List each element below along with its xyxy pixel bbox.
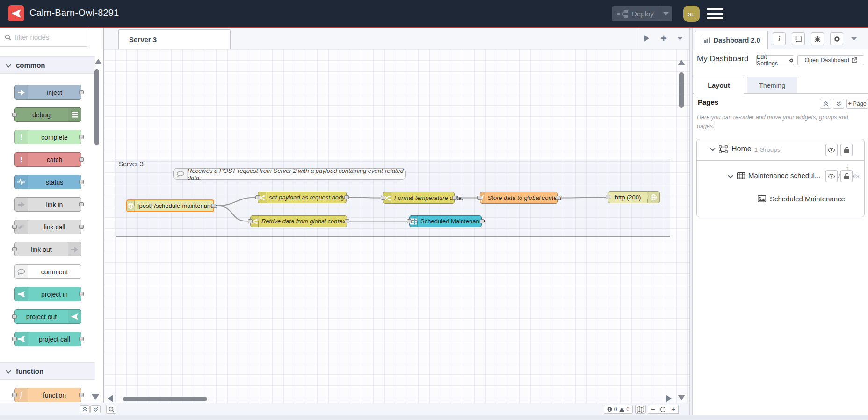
- tree-row-widget[interactable]: Scheduled Maintenance: [697, 192, 864, 210]
- navigator-button[interactable]: [635, 405, 646, 414]
- palette-node-label: status: [28, 175, 81, 189]
- palette-node-link-in[interactable]: link in: [14, 197, 81, 212]
- deploy-options-button[interactable]: [659, 6, 672, 21]
- palette-node-complete[interactable]: ! complete: [14, 130, 81, 144]
- zoom-out-button[interactable]: −: [648, 405, 658, 414]
- palette: filter nodes common inject debug ! compl…: [0, 28, 104, 415]
- main-menu-button[interactable]: [707, 8, 723, 19]
- flow-node-http-response[interactable]: http (200): [608, 191, 660, 203]
- debug-icon: [68, 108, 81, 121]
- toggle-lock-button[interactable]: [840, 170, 853, 182]
- bug-icon: [814, 36, 821, 42]
- palette-category-common[interactable]: common: [0, 56, 95, 74]
- palette-node-project-out[interactable]: project out: [14, 309, 81, 324]
- zoom-in-button[interactable]: +: [668, 405, 679, 414]
- chevron-down-icon: [6, 62, 11, 67]
- palette-scroll-down-button[interactable]: [92, 394, 99, 400]
- page-meta: 1 Groups: [754, 146, 781, 153]
- unlock-icon: [844, 147, 850, 153]
- vertical-scrollbar-thumb[interactable]: [679, 72, 684, 108]
- tab-theming[interactable]: Theming: [747, 77, 797, 94]
- output-port: [79, 90, 84, 94]
- scroll-left-button[interactable]: [108, 395, 113, 402]
- toggle-lock-button[interactable]: [840, 144, 853, 156]
- sidebar-tab-dashboard[interactable]: Dashboard 2.0: [695, 31, 768, 49]
- deploy-button[interactable]: Deploy: [612, 6, 672, 21]
- input-port: [12, 337, 17, 341]
- flow-node-table-widget[interactable]: Scheduled Maintenance: [409, 215, 482, 227]
- debug-tab-button[interactable]: [811, 32, 824, 45]
- palette-node-link-call[interactable]: link call: [14, 220, 81, 234]
- info-tab-button[interactable]: i: [773, 32, 786, 45]
- palette-node-catch[interactable]: ! catch: [14, 152, 81, 167]
- palette-node-debug[interactable]: debug: [14, 107, 81, 122]
- tree-row-home[interactable]: Home 1 Groups: [697, 139, 864, 161]
- palette-search[interactable]: filter nodes: [0, 28, 87, 47]
- double-chevron-down-icon: [93, 407, 98, 412]
- palette-node-function[interactable]: ƒ function: [14, 388, 81, 402]
- image-icon: [758, 195, 766, 202]
- config-tab-button[interactable]: [830, 32, 843, 45]
- open-dashboard-button[interactable]: Open Dashboard: [797, 55, 864, 65]
- horizontal-scrollbar-thumb[interactable]: [123, 397, 207, 401]
- palette-node-label: link call: [28, 220, 81, 234]
- scroll-down-button[interactable]: [678, 395, 685, 400]
- scroll-up-button[interactable]: [678, 60, 685, 65]
- flow-node-comment[interactable]: Receives a POST request from Server 2 wi…: [173, 168, 406, 180]
- palette-scrollbar-thumb[interactable]: [94, 69, 99, 145]
- plus-icon: +: [848, 100, 851, 107]
- palette-node-label: inject: [28, 85, 81, 99]
- exclamation-icon: !: [15, 153, 28, 166]
- chevron-down-icon: [6, 368, 11, 373]
- palette-node-status[interactable]: status: [14, 175, 81, 189]
- palette-category-function[interactable]: function: [0, 362, 95, 380]
- sidebar-tab-list-button[interactable]: [851, 37, 857, 41]
- next-tab-button[interactable]: [644, 35, 650, 42]
- add-flow-button[interactable]: +: [660, 33, 667, 44]
- edit-settings-button[interactable]: Edit Settings: [756, 55, 794, 65]
- sidebar-resize-handle[interactable]: [689, 28, 693, 415]
- palette-node-project-call[interactable]: project call: [14, 332, 81, 346]
- flow-canvas[interactable]: Server 3 Receives a POST request from Se…: [104, 49, 689, 403]
- palette-node-project-in[interactable]: project in: [14, 287, 81, 301]
- flow-node-http-in[interactable]: [post] /schedule-maintenance: [126, 199, 214, 212]
- add-page-button[interactable]: + Page: [846, 99, 868, 109]
- palette-node-comment[interactable]: comment: [14, 264, 81, 279]
- scroll-right-button[interactable]: [666, 395, 672, 402]
- pulse-icon: [15, 175, 28, 189]
- tab-layout[interactable]: Layout: [694, 77, 744, 94]
- toggle-visibility-button[interactable]: [825, 144, 838, 156]
- workspace-tab-server-3[interactable]: Server 3: [118, 29, 231, 49]
- palette-node-inject[interactable]: inject: [14, 85, 81, 100]
- toggle-visibility-button[interactable]: [825, 170, 838, 182]
- palette-scroll-up-button[interactable]: [94, 59, 102, 64]
- move-page-down-button[interactable]: [833, 99, 844, 109]
- chevron-down-icon[interactable]: [710, 146, 715, 151]
- output-port: [79, 225, 84, 229]
- palette-node-link-out[interactable]: link out: [14, 242, 81, 256]
- help-tab-button[interactable]: [792, 32, 805, 45]
- output-port: [79, 393, 84, 397]
- link-icon: [15, 198, 28, 211]
- flow-node-format[interactable]: Format temperature data.: [383, 192, 455, 204]
- palette-footer: [0, 403, 104, 415]
- input-port: [606, 195, 610, 199]
- canvas-search-button[interactable]: [106, 405, 116, 414]
- output-port: [556, 196, 560, 200]
- notification-counts[interactable]: 0 0: [604, 405, 633, 414]
- move-page-up-button[interactable]: [820, 99, 831, 109]
- flow-node-retrieve[interactable]: Retrive data from global context: [250, 215, 347, 227]
- pages-heading: Pages: [698, 98, 718, 106]
- eye-icon: [828, 174, 835, 179]
- chevron-down-icon[interactable]: [728, 173, 733, 178]
- tab-list-button[interactable]: [677, 37, 683, 40]
- palette-expand-all-button[interactable]: [90, 405, 101, 413]
- flow-node-store[interactable]: ƒ Store data to global context: [480, 192, 558, 204]
- warning-count: 0: [626, 406, 629, 413]
- exclamation-icon: !: [15, 130, 28, 144]
- palette-collapse-all-button[interactable]: [80, 405, 90, 413]
- zoom-reset-button[interactable]: [658, 405, 668, 414]
- header: Calm-Barn-Owl-8291 Deploy su: [0, 0, 868, 27]
- user-avatar[interactable]: su: [683, 6, 700, 22]
- flow-node-set-payload[interactable]: set payload as request body: [258, 192, 347, 203]
